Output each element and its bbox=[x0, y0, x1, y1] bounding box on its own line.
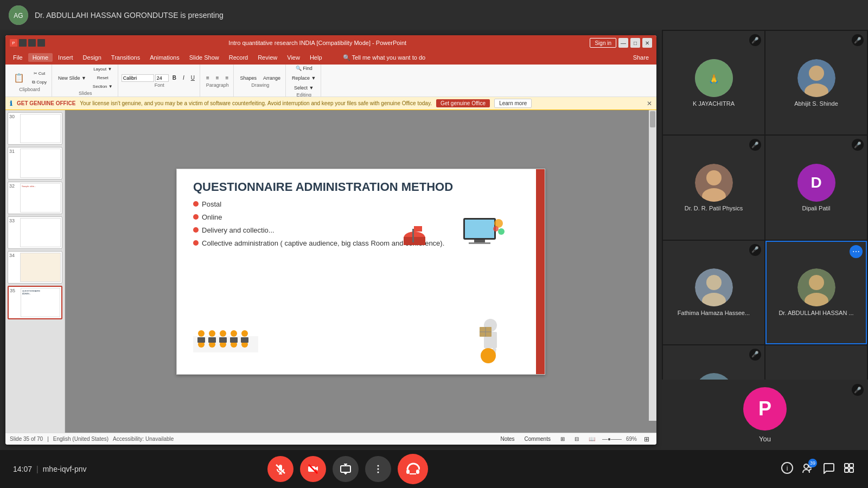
close-icon[interactable]: ✕ bbox=[642, 38, 652, 48]
presenter-text: Dr. ABDULLAHI HASSAN GORONDUTSE is prese… bbox=[35, 11, 224, 20]
bold-btn[interactable]: B bbox=[170, 73, 179, 82]
slide-thumb-30[interactable]: 30 bbox=[8, 112, 62, 145]
svg-point-18 bbox=[241, 330, 248, 337]
find-btn[interactable]: 🔍 Find bbox=[289, 65, 318, 73]
ppt-redo-icon[interactable] bbox=[28, 39, 36, 47]
menu-home[interactable]: Home bbox=[28, 53, 53, 62]
info-button[interactable]: i bbox=[781, 462, 793, 477]
align-left-btn[interactable]: ≡ bbox=[203, 73, 212, 82]
align-center-btn[interactable]: ≡ bbox=[213, 73, 222, 82]
ppt-title-text: Intro quantitative research INDIA [Compa… bbox=[45, 40, 590, 46]
notes-button[interactable]: Notes bbox=[497, 434, 517, 444]
select-btn[interactable]: Select ▼ bbox=[289, 84, 318, 92]
shapes-btn[interactable]: Shapes bbox=[237, 74, 259, 82]
menu-record[interactable]: Record bbox=[225, 53, 252, 62]
meeting-info: 14:07 | mhe-iqvf-pnv bbox=[13, 465, 87, 473]
meeting-code: mhe-iqvf-pnv bbox=[43, 465, 87, 473]
participant-tile-abdullahi: ⋯ Dr. ABDULLAHI HASSAN ... bbox=[765, 241, 867, 344]
slide-num-32: 32 bbox=[9, 183, 18, 189]
slide-thumb-35[interactable]: 35 QUESTIONNAIREADMIN... bbox=[8, 286, 62, 319]
layout-btn[interactable]: Layout ▼ bbox=[90, 65, 116, 73]
toolbar-font: B I U Font bbox=[119, 65, 200, 97]
options-icon-abdullahi[interactable]: ⋯ bbox=[850, 245, 863, 258]
slide-title: QUESTIONNAIRE ADMINISTRATION METHOD bbox=[193, 180, 534, 194]
svg-rect-7 bbox=[465, 220, 494, 238]
reset-btn[interactable]: Reset bbox=[90, 74, 116, 82]
slide-thumb-32[interactable]: 32 Sample slide... bbox=[8, 182, 62, 214]
mute-button[interactable] bbox=[267, 456, 293, 482]
ppt-titlebar: P Intro quantitative research INDIA [Com… bbox=[5, 35, 656, 50]
svg-point-16 bbox=[220, 330, 226, 337]
svg-rect-68 bbox=[845, 468, 848, 472]
svg-point-64 bbox=[804, 464, 808, 468]
underline-btn[interactable]: U bbox=[188, 73, 197, 82]
align-right-btn[interactable]: ≡ bbox=[223, 73, 232, 82]
accessibility-info: Accessibility: Unavailable bbox=[113, 436, 174, 442]
font-size-input[interactable] bbox=[155, 74, 169, 82]
more-options-button[interactable] bbox=[365, 456, 391, 482]
menu-help[interactable]: Help bbox=[305, 53, 327, 62]
slide-bullet-1: Postal bbox=[193, 200, 534, 209]
menu-transitions[interactable]: Transitions bbox=[107, 53, 144, 62]
learn-more-button[interactable]: Learn more bbox=[494, 99, 532, 108]
vertical-scrollbar[interactable] bbox=[649, 110, 656, 421]
bottom-right-icons: i 39 bbox=[781, 462, 855, 477]
svg-rect-26 bbox=[219, 337, 227, 343]
warning-icon: ℹ bbox=[10, 100, 12, 107]
mute-icon-dipali: 🎤 bbox=[852, 139, 864, 151]
participant-tile-patil: 🎤 Dr. D. R. Patil Physics bbox=[663, 136, 764, 239]
slide-num-33: 33 bbox=[9, 218, 18, 223]
section-btn[interactable]: Section ▼ bbox=[90, 82, 116, 91]
svg-rect-25 bbox=[208, 337, 216, 343]
replace-btn[interactable]: Replace ▼ bbox=[289, 74, 318, 82]
activities-button[interactable] bbox=[843, 462, 855, 477]
video-button[interactable] bbox=[300, 456, 326, 482]
end-call-button[interactable] bbox=[398, 454, 428, 484]
menu-animations[interactable]: Animations bbox=[145, 53, 183, 62]
slide-thumb-33[interactable]: 33 bbox=[8, 216, 62, 249]
slide-thumb-34[interactable]: 34 bbox=[8, 251, 62, 284]
signin-button[interactable]: Sign in bbox=[590, 38, 616, 48]
normal-view-btn[interactable]: ⊞ bbox=[558, 434, 567, 444]
svg-point-17 bbox=[231, 330, 237, 337]
slide-canvas: QUESTIONNAIRE ADMINISTRATION METHOD Post… bbox=[176, 169, 545, 375]
cut-btn[interactable]: ✂ Cut bbox=[29, 69, 49, 78]
reading-view-btn[interactable]: 📖 bbox=[586, 434, 598, 444]
menu-view[interactable]: View bbox=[283, 53, 304, 62]
svg-point-56 bbox=[378, 465, 379, 467]
participants-button[interactable]: 39 bbox=[802, 462, 814, 477]
comments-button[interactable]: Comments bbox=[522, 434, 553, 444]
ppt-undo-icon[interactable] bbox=[19, 39, 27, 47]
menu-file[interactable]: File bbox=[9, 53, 27, 62]
font-name-input[interactable] bbox=[122, 74, 154, 82]
warning-close-icon[interactable]: ✕ bbox=[647, 100, 652, 107]
mute-icon-nafisa: 🎤 bbox=[749, 349, 761, 361]
italic-btn[interactable]: I bbox=[180, 73, 187, 82]
new-slide-btn[interactable]: New Slide ▼ bbox=[55, 65, 89, 91]
slide-sorter-btn[interactable]: ⊟ bbox=[572, 434, 582, 444]
svg-rect-5 bbox=[414, 226, 422, 232]
warning-brand: GET GENUINE OFFICE bbox=[17, 100, 75, 106]
participant-name-patil: Dr. D. R. Patil Physics bbox=[685, 205, 743, 211]
ppt-menubar: File Home Insert Design Transitions Anim… bbox=[5, 50, 656, 65]
present-button[interactable] bbox=[333, 456, 359, 482]
menu-search[interactable]: 🔍 Tell me what you want to do bbox=[339, 53, 430, 62]
fit-slide-btn[interactable]: ⊞ bbox=[641, 434, 652, 445]
genuine-office-button[interactable]: Get genuine Office bbox=[436, 99, 490, 107]
maximize-icon[interactable]: □ bbox=[630, 38, 640, 48]
menu-slideshow[interactable]: Slide Show bbox=[185, 53, 224, 62]
menu-share[interactable]: Share bbox=[629, 53, 653, 62]
chat-button[interactable] bbox=[822, 462, 834, 477]
main-slide-area: QUESTIONNAIRE ADMINISTRATION METHOD Post… bbox=[65, 110, 656, 433]
minimize-icon[interactable]: — bbox=[618, 38, 628, 48]
menu-review[interactable]: Review bbox=[253, 53, 282, 62]
menu-design[interactable]: Design bbox=[79, 53, 106, 62]
ppt-save-icon[interactable] bbox=[37, 39, 45, 47]
menu-insert[interactable]: Insert bbox=[54, 53, 78, 62]
paste-btn[interactable]: 📋 bbox=[10, 71, 28, 85]
meeting-separator: | bbox=[36, 465, 39, 473]
arrange-btn[interactable]: Arrange bbox=[260, 74, 283, 82]
copy-btn[interactable]: ⧉ Copy bbox=[29, 78, 49, 87]
slide-thumb-31[interactable]: 31 bbox=[8, 147, 62, 179]
clipboard-label: Clipboard bbox=[19, 87, 40, 92]
